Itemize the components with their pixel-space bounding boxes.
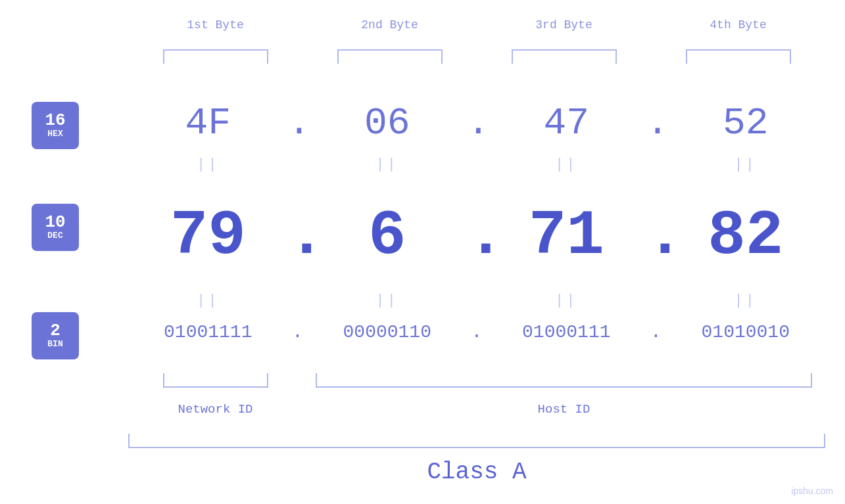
dec-row: 79 . 6 . 71 . 82 (128, 200, 825, 272)
dec-val-3: 71 (487, 200, 646, 272)
eq-hex-2: || (308, 156, 468, 173)
hex-val-3: 47 (487, 102, 646, 145)
hex-dot-3: . (646, 102, 666, 145)
dec-val-2: 6 (308, 200, 468, 272)
bracket-box-1 (163, 49, 268, 64)
eq-hex-1: || (128, 156, 288, 173)
hex-row: 4F . 06 . 47 . 52 (128, 102, 825, 145)
hex-badge: 16 HEX (32, 102, 79, 149)
bin-val-2: 00000110 (308, 322, 468, 342)
host-id-label: Host ID (302, 402, 825, 417)
eq-dec-2: || (308, 292, 468, 309)
eq-hex-3: || (487, 156, 646, 173)
hex-badge-num: 16 (45, 112, 65, 129)
bin-val-3: 01000111 (487, 322, 646, 342)
top-brackets (128, 49, 825, 64)
dec-badge-num: 10 (45, 214, 65, 231)
eq-row-dec: || || || || (128, 292, 825, 309)
eq-dec-3: || (487, 292, 646, 309)
col-header-2: 2nd Byte (302, 18, 477, 32)
top-bracket-1 (128, 49, 302, 64)
dec-badge: 10 DEC (32, 204, 79, 251)
dec-val-4: 82 (666, 200, 826, 272)
overall-bracket (128, 434, 825, 448)
bot-bracket-host (302, 373, 825, 388)
bot-bracket-network (128, 373, 302, 388)
hex-badge-label: HEX (47, 129, 62, 140)
hex-val-2: 06 (308, 102, 468, 145)
dec-badge-label: DEC (47, 231, 62, 242)
col-header-3: 3rd Byte (477, 18, 651, 32)
bottom-brackets (128, 373, 825, 388)
hex-dot-2: . (467, 102, 487, 145)
column-headers: 1st Byte 2nd Byte 3rd Byte 4th Byte (128, 18, 825, 32)
class-label: Class A (128, 459, 825, 486)
bin-dot-1: . (288, 322, 308, 342)
hex-val-4: 52 (666, 102, 826, 145)
eq-row-hex: || || || || (128, 156, 825, 173)
eq-dec-4: || (666, 292, 826, 309)
top-bracket-4 (651, 49, 825, 64)
col-header-1: 1st Byte (128, 18, 302, 32)
hex-dot-1: . (288, 102, 308, 145)
bin-badge: 2 BIN (32, 312, 79, 359)
dec-val-1: 79 (128, 200, 288, 272)
bot-bracket-box-1 (163, 373, 268, 388)
top-bracket-3 (477, 49, 651, 64)
bin-badge-label: BIN (47, 339, 62, 350)
hex-val-1: 4F (128, 102, 288, 145)
dec-dot-1: . (288, 200, 308, 272)
bot-bracket-box-23 (316, 373, 812, 388)
bin-dot-3: . (646, 322, 666, 342)
watermark: ipshu.com (791, 486, 833, 496)
network-id-label: Network ID (128, 402, 302, 417)
bin-row: 01001111 . 00000110 . 01000111 . 0101001… (128, 322, 825, 342)
bracket-box-3 (512, 49, 617, 64)
dec-dot-2: . (467, 200, 487, 272)
main-container: 16 HEX 10 DEC 2 BIN 1st Byte 2nd Byte 3r… (0, 0, 845, 504)
bin-badge-num: 2 (50, 322, 60, 339)
bin-val-1: 01001111 (128, 322, 288, 342)
eq-dec-1: || (128, 292, 288, 309)
byte-columns: 1st Byte 2nd Byte 3rd Byte 4th Byte 4F . (128, 0, 825, 504)
bracket-box-2 (337, 49, 443, 64)
bin-val-4: 01010010 (666, 322, 826, 342)
bracket-box-4 (686, 49, 791, 64)
dec-dot-3: . (646, 200, 666, 272)
top-bracket-2 (302, 49, 477, 64)
eq-hex-4: || (666, 156, 826, 173)
bin-dot-2: . (467, 322, 487, 342)
col-header-4: 4th Byte (651, 18, 825, 32)
